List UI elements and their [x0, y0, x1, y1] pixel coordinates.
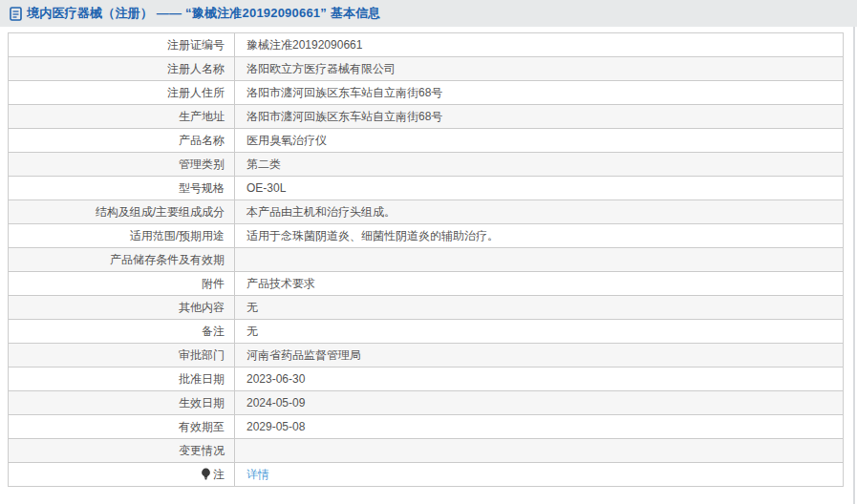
row-label: 适用范围/预期用途	[9, 224, 235, 248]
row-label: 有效期至	[9, 415, 235, 439]
row-value-text: 豫械注准20192090661	[246, 38, 362, 52]
row-label-text: 注	[213, 468, 225, 481]
row-label: 结构及组成/主要组成成分	[9, 200, 235, 224]
row-label-text: 其他内容	[179, 301, 225, 314]
row-label-text: 产品名称	[179, 134, 225, 147]
row-value: 洛阳市瀍河回族区东车站自立南街68号	[235, 81, 844, 105]
row-value-text: 无	[246, 325, 258, 338]
row-value: 第二类	[235, 153, 844, 177]
page-title: 境内医疗器械（注册） —— “豫械注准20192090661” 基本信息	[27, 5, 381, 22]
row-value: 2029-05-08	[235, 415, 844, 439]
table-row: 注册人名称洛阳欧立方医疗器械有限公司	[9, 57, 844, 81]
row-label-text: 变更情况	[179, 444, 225, 457]
table-row: 注详情	[9, 463, 844, 487]
row-value-text: 产品技术要求	[246, 277, 315, 290]
row-label-text: 结构及组成/主要组成成分	[96, 205, 225, 219]
row-value: 豫械注准20192090661	[235, 33, 844, 57]
row-value: 医用臭氧治疗仪	[235, 129, 844, 153]
row-value-text: 第二类	[246, 158, 281, 171]
row-label-text: 型号规格	[179, 181, 225, 195]
row-value-text: 医用臭氧治疗仪	[246, 134, 327, 147]
row-label: 批准日期	[9, 368, 235, 391]
row-label: 管理类别	[9, 153, 235, 177]
row-label-text: 附件	[202, 277, 225, 290]
row-value	[235, 439, 844, 463]
header-bar: 境内医疗器械（注册） —— “豫械注准20192090661” 基本信息	[0, 0, 857, 27]
row-label: 生效日期	[9, 391, 235, 415]
row-label: 审批部门	[9, 344, 235, 368]
row-label-text: 管理类别	[179, 158, 225, 171]
row-value: 无	[235, 320, 844, 344]
row-label: 注册人住所	[9, 81, 235, 105]
table-row: 型号规格OE-30L	[9, 177, 844, 200]
row-value-text: 本产品由主机和治疗头组成。	[246, 205, 396, 219]
detail-link[interactable]: 详情	[246, 468, 269, 481]
row-value-text: 2029-05-08	[246, 420, 305, 433]
table-row: 注册证编号豫械注准20192090661	[9, 33, 844, 57]
row-label-text: 生产地址	[179, 110, 225, 123]
row-value: 洛阳欧立方医疗器械有限公司	[235, 57, 844, 81]
table-row: 生产地址洛阳市瀍河回族区东车站自立南街68号	[9, 105, 844, 129]
row-label: 其他内容	[9, 296, 235, 320]
table-row: 批准日期2023-06-30	[9, 368, 844, 391]
row-label-text: 备注	[202, 325, 225, 338]
row-label: 注	[9, 463, 235, 487]
row-value: 适用于念珠菌阴道炎、细菌性阴道炎的辅助治疗。	[235, 224, 844, 248]
row-label: 产品名称	[9, 129, 235, 153]
table-row: 注册人住所洛阳市瀍河回族区东车站自立南街68号	[9, 81, 844, 105]
row-value-text: 适用于念珠菌阴道炎、细菌性阴道炎的辅助治疗。	[246, 229, 499, 242]
row-label: 变更情况	[9, 439, 235, 463]
row-label-text: 生效日期	[179, 396, 225, 410]
row-label: 生产地址	[9, 105, 235, 129]
row-value: OE-30L	[235, 177, 844, 200]
row-label: 附件	[9, 272, 235, 296]
table-row: 附件产品技术要求	[9, 272, 844, 296]
row-label: 注册人名称	[9, 57, 235, 81]
bulb-icon	[201, 468, 211, 480]
document-icon	[10, 7, 22, 21]
row-value: 洛阳市瀍河回族区东车站自立南街68号	[235, 105, 844, 129]
row-value-text: 2023-06-30	[246, 372, 305, 386]
row-value: 河南省药品监督管理局	[235, 344, 844, 368]
row-value-text: 洛阳市瀍河回族区东车站自立南街68号	[246, 86, 442, 99]
row-label-text: 有效期至	[179, 420, 225, 433]
row-label-text: 适用范围/预期用途	[130, 229, 225, 242]
table-row: 产品储存条件及有效期	[9, 248, 844, 272]
table-row: 变更情况	[9, 439, 844, 463]
row-value	[235, 248, 844, 272]
row-value: 产品技术要求	[235, 272, 844, 296]
row-label-text: 注册证编号	[167, 38, 225, 52]
row-value: 2023-06-30	[235, 368, 844, 391]
row-value: 详情	[235, 463, 844, 487]
row-value-text: 无	[246, 301, 258, 314]
row-label-text: 注册人名称	[167, 62, 225, 75]
page: 境内医疗器械（注册） —— “豫械注准20192090661” 基本信息 注册证…	[0, 0, 857, 504]
row-label: 型号规格	[9, 177, 235, 200]
row-value-text: 河南省药品监督管理局	[246, 348, 361, 362]
table-row: 其他内容无	[9, 296, 844, 320]
row-value: 2024-05-09	[235, 391, 844, 415]
registration-info-table: 注册证编号豫械注准20192090661注册人名称洛阳欧立方医疗器械有限公司注册…	[8, 32, 844, 487]
row-label-text: 审批部门	[179, 348, 225, 362]
table-row: 管理类别第二类	[9, 153, 844, 177]
row-label-text: 批准日期	[179, 372, 225, 386]
row-label: 备注	[9, 320, 235, 344]
table-row: 备注无	[9, 320, 844, 344]
table-row: 有效期至2029-05-08	[9, 415, 844, 439]
row-value-text: 洛阳市瀍河回族区东车站自立南街68号	[246, 110, 442, 123]
scrollbar[interactable]	[853, 27, 855, 504]
row-value: 本产品由主机和治疗头组成。	[235, 200, 844, 224]
table-row: 结构及组成/主要组成成分本产品由主机和治疗头组成。	[9, 200, 844, 224]
row-value-text: 洛阳欧立方医疗器械有限公司	[246, 62, 396, 75]
row-label: 产品储存条件及有效期	[9, 248, 235, 272]
table-row: 适用范围/预期用途适用于念珠菌阴道炎、细菌性阴道炎的辅助治疗。	[9, 224, 844, 248]
row-value-text: OE-30L	[246, 181, 286, 195]
row-label: 注册证编号	[9, 33, 235, 57]
table-row: 审批部门河南省药品监督管理局	[9, 344, 844, 368]
row-value-text: 2024-05-09	[246, 396, 305, 410]
row-label-text: 产品储存条件及有效期	[110, 253, 225, 266]
row-value: 无	[235, 296, 844, 320]
table-row: 产品名称医用臭氧治疗仪	[9, 129, 844, 153]
table-row: 生效日期2024-05-09	[9, 391, 844, 415]
row-label-text: 注册人住所	[167, 86, 225, 99]
